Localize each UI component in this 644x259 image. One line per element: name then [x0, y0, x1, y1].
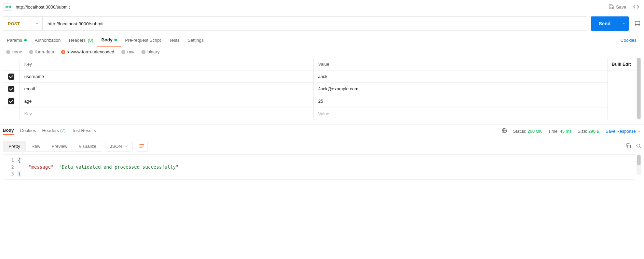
copy-icon[interactable] — [626, 143, 631, 150]
save-response-button[interactable]: Save Response — [606, 129, 641, 134]
svg-line-10 — [640, 147, 641, 148]
kv-header-key: Key — [19, 58, 314, 70]
line-gutter: 123 — [3, 155, 17, 179]
body-type-urlencoded[interactable]: x-www-form-urlencoded — [61, 49, 114, 54]
globe-icon[interactable] — [502, 128, 507, 134]
body-type-binary[interactable]: binary — [141, 49, 160, 54]
view-mode-preview[interactable]: Preview — [46, 141, 73, 151]
row-key[interactable]: username — [19, 70, 314, 82]
resp-tab-cookies[interactable]: Cookies — [20, 128, 36, 134]
resp-tab-test-results[interactable]: Test Results — [72, 128, 96, 134]
resp-tab-headers[interactable]: Headers (7) — [42, 128, 66, 134]
chevron-down-icon — [35, 22, 39, 26]
save-icon — [608, 4, 614, 10]
resp-tab-body[interactable]: Body — [3, 128, 14, 135]
tab-tests[interactable]: Tests — [165, 34, 183, 47]
code-line: "message": "Data validated and processed… — [17, 164, 635, 170]
svg-point-9 — [637, 144, 640, 147]
send-caret[interactable] — [619, 16, 629, 31]
radio-icon — [29, 50, 33, 54]
chevron-down-icon — [124, 144, 128, 148]
scrollbar-thumb[interactable] — [637, 58, 641, 119]
table-row: usernameJack — [3, 70, 607, 83]
scrollbar[interactable] — [636, 154, 641, 175]
body-type-none[interactable]: none — [6, 49, 22, 54]
body-type-form-data[interactable]: form-data — [29, 49, 54, 54]
tab-authorization[interactable]: Authorization — [31, 34, 65, 47]
time-label: Time: 45 ms — [548, 129, 571, 134]
view-mode-pretty[interactable]: Pretty — [3, 141, 26, 151]
send-button[interactable]: Send — [591, 16, 619, 31]
code-line: } — [17, 171, 21, 177]
status-label: Status: 200 OK — [513, 129, 542, 134]
wrap-icon — [139, 144, 145, 148]
row-checkbox — [3, 107, 19, 120]
dock-icon[interactable] — [634, 16, 641, 31]
kv-header-value: Value — [314, 58, 608, 70]
radio-icon — [61, 50, 65, 54]
row-checkbox[interactable] — [3, 70, 19, 82]
row-value-input[interactable]: Value — [314, 107, 608, 120]
chevron-down-icon — [622, 22, 626, 26]
kv-header-checkbox — [3, 58, 19, 70]
breadcrumb: http://localhost:3000/submit — [16, 4, 70, 10]
row-value[interactable]: 25 — [314, 95, 608, 107]
row-value[interactable]: Jack@example.com — [314, 83, 608, 95]
wrap-lines-button[interactable] — [136, 141, 148, 152]
table-row-new[interactable]: KeyValue — [3, 107, 607, 120]
body-type-raw[interactable]: raw — [121, 49, 135, 54]
view-mode-raw[interactable]: Raw — [26, 141, 46, 151]
row-key-input[interactable]: Key — [19, 107, 314, 120]
scrollbar-thumb[interactable] — [637, 155, 641, 165]
response-body: 123 { "message": "Data validated and pro… — [3, 154, 635, 180]
svg-rect-1 — [635, 21, 640, 26]
method-label: POST — [8, 21, 20, 26]
scrollbar[interactable] — [636, 58, 641, 120]
svg-text:HTTP: HTTP — [5, 5, 11, 9]
radio-icon — [6, 50, 10, 54]
view-mode-visualize[interactable]: Visualize — [73, 141, 102, 151]
row-checkbox[interactable] — [3, 95, 19, 107]
row-key[interactable]: email — [19, 83, 314, 95]
code-line: { — [17, 157, 21, 163]
chevron-down-icon — [637, 129, 641, 133]
cookies-link[interactable]: Cookies — [620, 38, 641, 43]
row-key[interactable]: age — [19, 95, 314, 107]
tab-settings[interactable]: Settings — [183, 34, 208, 47]
table-row: emailJack@example.com — [3, 83, 607, 95]
svg-rect-8 — [628, 145, 631, 148]
row-checkbox[interactable] — [3, 83, 19, 95]
radio-icon — [121, 50, 125, 54]
save-button[interactable]: Save — [608, 4, 626, 10]
http-icon: HTTP — [3, 3, 12, 11]
tab-body[interactable]: Body — [97, 34, 121, 47]
method-select[interactable]: POST — [3, 17, 43, 30]
tab-headers[interactable]: Headers (8) — [65, 34, 97, 47]
view-mode-segment: Pretty Raw Preview Visualize — [3, 141, 102, 152]
table-row: age25 — [3, 95, 607, 107]
url-input[interactable]: http://localhost:3000/submit — [43, 17, 587, 30]
search-icon[interactable] — [636, 143, 641, 150]
bulk-edit-button[interactable]: Bulk Edit — [608, 58, 635, 70]
radio-icon — [141, 50, 146, 54]
body-indicator — [114, 39, 117, 41]
row-value[interactable]: Jack — [314, 70, 608, 82]
format-select[interactable]: JSON — [106, 141, 133, 152]
size-label: Size: 290 B — [578, 129, 600, 134]
save-button-label: Save — [616, 4, 626, 10]
code-icon[interactable] — [633, 4, 639, 10]
tab-params[interactable]: Params — [3, 34, 31, 47]
params-indicator — [24, 39, 27, 41]
tab-prerequest[interactable]: Pre-request Script — [121, 34, 165, 47]
